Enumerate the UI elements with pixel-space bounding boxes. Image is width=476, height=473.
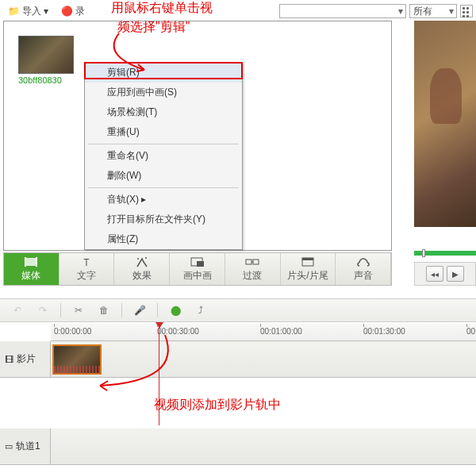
svg-rect-1	[25, 257, 26, 267]
ruler-tick: 00:02:00:00	[466, 327, 476, 336]
tab-2[interactable]: 效果	[114, 253, 170, 285]
marker-button[interactable]: ⬤	[167, 302, 183, 318]
category-tabbar: 媒体T文字效果画中画过渡片头/片尾声音	[3, 252, 392, 286]
menu-separator	[88, 187, 239, 188]
scrubber-handle[interactable]	[422, 249, 425, 257]
ruler-tick: 00:01:30:00	[363, 327, 405, 336]
tab-0[interactable]: 媒体	[4, 253, 60, 285]
media-thumbnail[interactable]: 30bff80830	[18, 36, 74, 85]
tab-6[interactable]: 声音	[336, 253, 391, 285]
play-button[interactable]: ▶	[447, 266, 464, 282]
track-1-header: ▭ 轨道1	[0, 429, 51, 464]
ruler-tick: 00:01:00:00	[260, 327, 302, 336]
delete-button[interactable]: 🗑	[96, 302, 112, 318]
redo-button[interactable]: ↷	[35, 302, 51, 318]
thumbnail-image	[18, 36, 74, 74]
preview-scrubber[interactable]	[414, 251, 476, 256]
menu-item[interactable]: 剪辑(R)	[85, 63, 242, 83]
tab-5[interactable]: 片头/片尾	[281, 253, 336, 285]
svg-rect-0	[25, 258, 36, 266]
track-1[interactable]: ▭ 轨道1	[0, 429, 476, 465]
timeline-gap	[0, 378, 476, 429]
thumbnail-filename: 30bff80830	[18, 75, 74, 85]
menu-item[interactable]: 重命名(V)	[85, 146, 242, 166]
filter-dropdown[interactable]: 所有	[409, 4, 457, 18]
menu-item[interactable]: 应用到画中画(S)	[85, 83, 242, 102]
preview-video-frame	[414, 21, 476, 227]
menu-item[interactable]: 重播(U)	[85, 122, 242, 142]
menu-item[interactable]: 场景检测(T)	[85, 102, 242, 122]
record-label: 录	[75, 5, 85, 18]
tab-1[interactable]: T文字	[60, 253, 115, 285]
import-button[interactable]: 📁 导入 ▾	[3, 3, 53, 20]
voiceover-button[interactable]: 🎤	[132, 302, 148, 318]
menu-item[interactable]: 音轨(X) ▸	[85, 190, 242, 210]
video-track-header: 🎞 影片	[0, 341, 51, 377]
menu-item[interactable]: 打开目标所在文件夹(Y)	[85, 210, 242, 229]
menu-item[interactable]: 属性(Z)	[85, 229, 242, 249]
export-button[interactable]: ⤴	[193, 302, 209, 318]
timeline-toolbar: ↶ ↷ ✂ 🗑 🎤 ⬤ ⤴	[0, 298, 476, 322]
svg-text:T: T	[83, 257, 90, 268]
prev-button[interactable]: ◂◂	[426, 266, 443, 282]
svg-point-5	[145, 257, 147, 259]
svg-point-4	[137, 258, 139, 260]
preview-panel	[414, 21, 476, 249]
ruler-tick: 0:00:00:00	[54, 327, 91, 336]
undo-button[interactable]: ↶	[10, 302, 25, 318]
svg-rect-7	[197, 261, 204, 267]
record-button[interactable]: 🔴 录	[56, 3, 90, 20]
svg-rect-2	[36, 257, 37, 267]
timeline-playhead[interactable]	[159, 322, 159, 425]
svg-rect-11	[302, 258, 313, 260]
video-clip[interactable]	[52, 344, 102, 375]
context-menu: 剪辑(R)应用到画中画(S)场景检测(T)重播(U)重命名(V)删除(W)音轨(…	[84, 62, 243, 250]
cut-button[interactable]: ✂	[71, 302, 86, 318]
timeline-ruler[interactable]: 0:00:00:0000:00:30:0000:01:00:0000:01:30…	[51, 324, 476, 341]
tab-4[interactable]: 过渡	[225, 253, 281, 285]
svg-rect-9	[253, 260, 259, 264]
tab-3[interactable]: 画中画	[170, 253, 225, 285]
search-dropdown[interactable]	[279, 4, 406, 18]
view-grid-icon[interactable]	[460, 5, 473, 17]
svg-rect-8	[246, 260, 251, 264]
import-label: 导入	[22, 5, 41, 18]
menu-separator	[88, 144, 239, 144]
preview-controls: ◂◂ ▶	[414, 262, 476, 286]
menu-item[interactable]: 删除(W)	[85, 166, 242, 186]
